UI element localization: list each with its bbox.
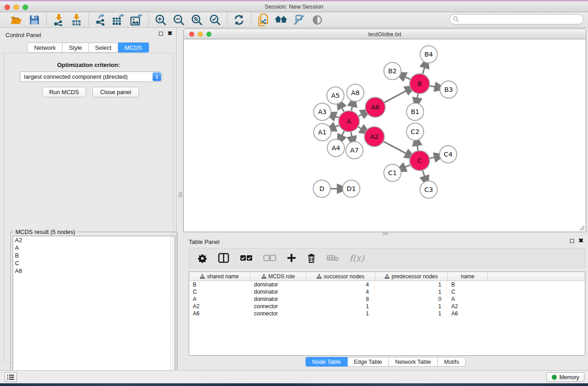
edge-A-A6[interactable] [359,114,363,116]
table-cell[interactable]: A2 [448,303,488,310]
horizontal-split-handle[interactable] [383,233,388,235]
node-D[interactable]: D [313,180,330,197]
table-cell[interactable]: B [448,281,488,288]
float-panel-icon[interactable] [159,32,163,36]
table-cell[interactable]: dominator [250,281,306,288]
refresh-icon[interactable] [233,14,245,26]
tab-node-table[interactable]: Node Table [306,357,348,367]
close-panel-button[interactable]: Close panel [92,87,139,97]
table-row[interactable]: Cdominator41C [189,288,585,295]
node-A7[interactable]: A7 [346,142,363,159]
save-session-icon[interactable] [28,14,41,26]
column-header-shared-name[interactable]: shared name [189,272,250,281]
table-cell[interactable]: 8 [306,295,375,303]
edge-A-A4[interactable] [342,131,344,136]
tab-select[interactable]: Select [89,43,118,52]
table-cell[interactable]: 1 [375,288,448,295]
node-B[interactable]: B [410,74,430,94]
task-history-button[interactable] [5,372,17,382]
export-table-icon[interactable] [112,14,125,26]
result-item[interactable]: C [13,259,175,267]
table-cell[interactable]: B [189,281,250,288]
column-header-successor-nodes[interactable]: successor nodes [306,272,375,281]
edge-A2-C[interactable] [383,142,406,154]
table-cell[interactable]: A2 [189,303,250,310]
import-network-icon[interactable] [52,14,65,26]
network-canvas[interactable]: AA1A2A3A4A5A6A7A8BB1B2B3B4CC1C2C3C4DD1 [183,39,586,232]
tab-network-table[interactable]: Network Table [389,357,438,367]
node-A4[interactable]: A4 [327,139,344,157]
edge-A-A1[interactable] [335,125,339,127]
edge-B-B4[interactable] [423,67,425,74]
table-row[interactable]: A6connector11A6 [189,310,585,317]
hide-flags-icon[interactable] [293,14,306,26]
zoom-selected-icon[interactable] [209,14,221,26]
close-panel-icon[interactable]: ✖ [167,31,172,36]
node-B2[interactable]: B2 [384,62,401,80]
tab-edge-table[interactable]: Edge Table [348,357,389,367]
table-cell[interactable]: 1 [306,310,375,317]
table-row[interactable]: A2connector11A2 [189,303,585,310]
import-table-icon[interactable] [70,14,83,26]
delete-table-icon[interactable] [327,254,339,262]
export-image-icon[interactable] [130,14,143,26]
edge-C-C2[interactable] [417,145,418,151]
table-cell[interactable]: A [448,295,488,303]
edge-A-A5[interactable] [342,107,344,112]
edge-A-A7[interactable] [351,132,352,138]
table-cell[interactable]: 1 [306,303,375,310]
node-table[interactable]: shared nameMCDS rolesuccessor nodesprede… [189,272,585,356]
table-cell[interactable]: connector [250,303,306,310]
table-cell[interactable]: A6 [448,310,488,317]
result-scrollbar[interactable] [170,236,175,383]
edge-A-A3[interactable] [335,116,339,118]
zoom-out-icon[interactable] [172,14,185,26]
export-network-icon[interactable] [94,14,107,26]
table-close-icon[interactable]: ✖ [578,238,583,243]
select-all-icon[interactable] [240,255,253,261]
node-A1[interactable]: A1 [314,124,331,141]
table-cell[interactable]: 1 [375,281,448,288]
result-item[interactable]: B [13,252,175,259]
column-header-name[interactable]: name [448,272,488,281]
mcds-result-list[interactable]: A2ABCA6 [13,236,175,383]
node-C1[interactable]: C1 [384,164,401,181]
edge-B-B3[interactable] [430,86,436,87]
table-row[interactable]: Adominator80A [189,295,585,303]
node-B1[interactable]: B1 [406,103,424,120]
tab-mcds[interactable]: MCDS [118,43,148,52]
node-A[interactable]: A [339,111,359,132]
node-C4[interactable]: C4 [440,146,457,163]
column-header-predecessor-nodes[interactable]: predecessor nodes [375,272,448,281]
edge-A-A2[interactable] [359,127,362,129]
resize-grip-icon[interactable] [579,225,585,231]
node-A8[interactable]: A8 [347,84,364,101]
table-cell[interactable]: 1 [375,310,448,317]
table-float-icon[interactable] [570,239,574,243]
vertical-split-handle[interactable] [179,192,182,197]
table-cell[interactable]: dominator [250,288,306,295]
edge-B-B2[interactable] [404,76,410,79]
node-A3[interactable]: A3 [314,103,331,120]
criterion-select[interactable]: largest connected component (directed) ▲… [20,71,162,82]
home-view-icon[interactable] [275,14,287,26]
result-item[interactable]: A [13,244,175,252]
zoom-fit-icon[interactable] [191,14,203,26]
table-cell[interactable]: connector [250,310,306,317]
edge-A6-B[interactable] [384,91,406,102]
table-cell[interactable]: C [448,288,488,295]
table-settings-gear-icon[interactable] [197,253,207,263]
tab-network[interactable]: Network [27,43,62,52]
open-session-icon[interactable] [10,14,23,26]
table-cell[interactable]: 0 [375,295,448,303]
function-builder-icon[interactable]: f(x) [349,253,364,263]
node-A2[interactable]: A2 [364,127,384,147]
table-cell[interactable]: A [189,295,250,303]
delete-column-trash-icon[interactable] [307,253,316,263]
table-cell[interactable]: 1 [375,303,448,310]
table-cell[interactable]: 4 [306,281,375,288]
table-cell[interactable]: A6 [189,310,250,317]
search-input[interactable] [461,16,574,23]
table-cell[interactable]: C [189,288,250,295]
search-field[interactable] [449,14,583,24]
